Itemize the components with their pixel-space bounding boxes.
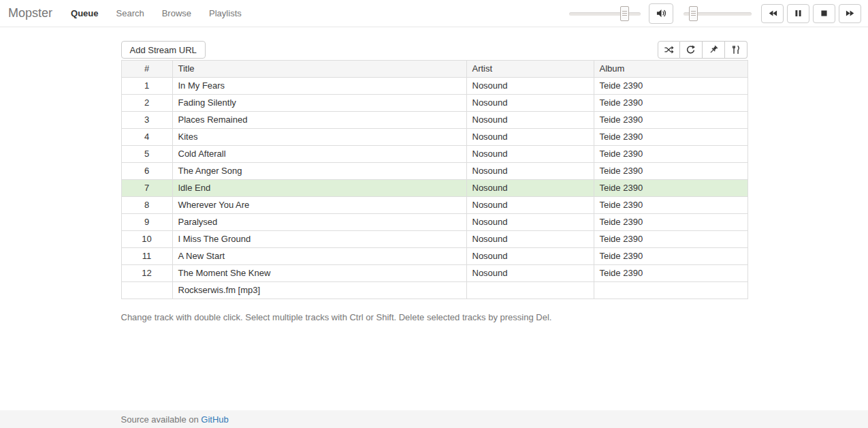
seek-slider-track[interactable] [569, 12, 641, 16]
playback-options-group [658, 41, 748, 59]
nav-item-playlists[interactable]: Playlists [200, 0, 251, 27]
brand[interactable]: Mopster [8, 6, 52, 20]
track-artist: Nosound [466, 78, 594, 95]
queue-toolbar: Add Stream URL [121, 41, 748, 59]
track-album: Teide 2390 [594, 231, 748, 248]
shuffle-button[interactable] [658, 41, 680, 59]
track-title: I Miss The Ground [172, 231, 466, 248]
track-title: Cold Afterall [172, 146, 466, 163]
stop-icon [820, 9, 829, 18]
single-button[interactable] [703, 41, 725, 59]
mute-button[interactable] [649, 3, 673, 24]
nav-item-browse[interactable]: Browse [153, 0, 200, 27]
track-title: The Anger Song [172, 163, 466, 180]
header-number: # [121, 61, 172, 78]
volume-slider-handle[interactable] [689, 6, 698, 21]
track-number: 3 [121, 112, 172, 129]
track-artist: Nosound [466, 265, 594, 282]
track-title: Wherever You Are [172, 197, 466, 214]
track-album: Teide 2390 [594, 214, 748, 231]
header-title: Title [172, 61, 466, 78]
add-stream-url-button[interactable]: Add Stream URL [121, 41, 206, 59]
previous-button[interactable] [761, 4, 784, 23]
track-album: Teide 2390 [594, 163, 748, 180]
nav-links: QueueSearchBrowsePlaylists [62, 0, 251, 27]
track-number: 2 [121, 95, 172, 112]
queue-page: Add Stream URL [121, 41, 748, 322]
playback-buttons [761, 4, 861, 23]
track-artist: Nosound [466, 197, 594, 214]
track-artist: Nosound [466, 95, 594, 112]
table-row[interactable]: 12The Moment She KnewNosoundTeide 2390 [121, 265, 748, 282]
nav-item-search[interactable]: Search [108, 0, 153, 27]
cutlery-icon [731, 45, 741, 55]
table-row[interactable]: 6The Anger SongNosoundTeide 2390 [121, 163, 748, 180]
track-artist: Nosound [466, 180, 594, 197]
next-button[interactable] [839, 4, 861, 23]
track-title: Rockserwis.fm [mp3] [172, 282, 466, 299]
table-row[interactable]: 11A New StartNosoundTeide 2390 [121, 248, 748, 265]
volume-up-icon [656, 8, 666, 18]
table-row[interactable]: 9ParalysedNosoundTeide 2390 [121, 214, 748, 231]
table-header-row: # Title Artist Album [121, 61, 748, 78]
github-link[interactable]: GitHub [201, 414, 228, 425]
track-title: A New Start [172, 248, 466, 265]
track-album [594, 282, 748, 299]
track-album: Teide 2390 [594, 248, 748, 265]
track-artist: Nosound [466, 112, 594, 129]
table-row[interactable]: 10I Miss The GroundNosoundTeide 2390 [121, 231, 748, 248]
help-text: Change track with double click. Select m… [121, 312, 748, 322]
header-artist: Artist [466, 61, 594, 78]
table-row[interactable]: Rockserwis.fm [mp3] [121, 282, 748, 299]
track-artist: Nosound [466, 146, 594, 163]
navbar: Mopster QueueSearchBrowsePlaylists [0, 0, 868, 27]
stop-button[interactable] [813, 4, 835, 23]
nav-item-queue[interactable]: Queue [62, 0, 107, 27]
track-title: Idle End [172, 180, 466, 197]
table-row[interactable]: 2Fading SilentlyNosoundTeide 2390 [121, 95, 748, 112]
table-row[interactable]: 4KitesNosoundTeide 2390 [121, 129, 748, 146]
track-album: Teide 2390 [594, 112, 748, 129]
track-number: 12 [121, 265, 172, 282]
table-row[interactable]: 1In My FearsNosoundTeide 2390 [121, 78, 748, 95]
track-number: 4 [121, 129, 172, 146]
track-number: 7 [121, 180, 172, 197]
track-artist [466, 282, 594, 299]
track-number: 6 [121, 163, 172, 180]
track-number: 8 [121, 197, 172, 214]
table-row[interactable]: 3Places RemainedNosoundTeide 2390 [121, 112, 748, 129]
pause-button[interactable] [787, 4, 809, 23]
track-album: Teide 2390 [594, 146, 748, 163]
track-number: 10 [121, 231, 172, 248]
queue-table-body: 1In My FearsNosoundTeide 23902Fading Sil… [121, 78, 748, 299]
volume-slider[interactable] [684, 4, 752, 23]
table-row-current[interactable]: 7Idle EndNosoundTeide 2390 [121, 180, 748, 197]
track-album: Teide 2390 [594, 265, 748, 282]
track-title: Paralysed [172, 214, 466, 231]
track-artist: Nosound [466, 163, 594, 180]
backward-icon [768, 9, 777, 18]
table-row[interactable]: 5Cold AfterallNosoundTeide 2390 [121, 146, 748, 163]
track-number: 1 [121, 78, 172, 95]
track-album: Teide 2390 [594, 197, 748, 214]
shuffle-icon [664, 45, 674, 55]
track-album: Teide 2390 [594, 78, 748, 95]
table-row[interactable]: 8Wherever You AreNosoundTeide 2390 [121, 197, 748, 214]
track-number [121, 282, 172, 299]
repeat-icon [686, 45, 696, 55]
track-album: Teide 2390 [594, 129, 748, 146]
queue-table: # Title Artist Album 1In My FearsNosound… [121, 60, 748, 299]
footer: Source available on GitHub [0, 410, 868, 428]
repeat-button[interactable] [680, 41, 703, 59]
header-album: Album [594, 61, 748, 78]
consume-button[interactable] [725, 41, 748, 59]
track-title: In My Fears [172, 78, 466, 95]
track-title: Kites [172, 129, 466, 146]
forward-icon [846, 9, 855, 18]
track-artist: Nosound [466, 129, 594, 146]
seek-slider[interactable] [569, 4, 641, 23]
track-artist: Nosound [466, 231, 594, 248]
track-number: 11 [121, 248, 172, 265]
seek-slider-handle[interactable] [620, 6, 629, 21]
player-controls [569, 3, 861, 24]
